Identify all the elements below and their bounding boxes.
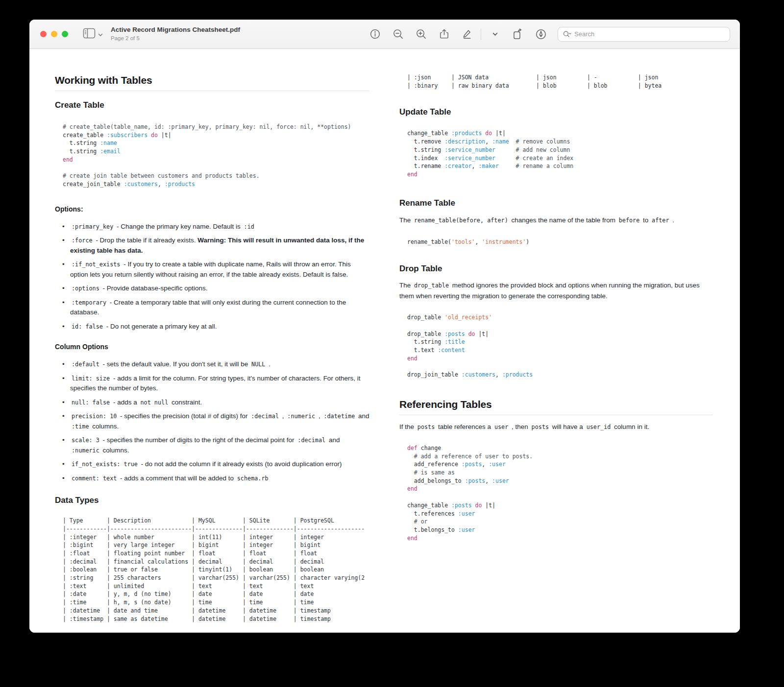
text-segment: . [267, 360, 270, 368]
heading-rename-table: Rename Table [399, 198, 713, 208]
rename-table-paragraph: The rename_table(before, after) changes … [399, 215, 713, 226]
fill-and-sign-button[interactable] [535, 28, 547, 41]
inline-code: scale: 3 [70, 437, 101, 444]
code-line: | :binary | raw binary data | blob | blo… [407, 82, 713, 90]
inline-code: rename_table(before, after) [413, 217, 510, 224]
code-line: add_reference :posts, :user [407, 460, 713, 469]
rotate-button[interactable] [512, 28, 524, 41]
code-line: end [407, 170, 713, 179]
code-line: # add a reference of user to posts. [407, 452, 713, 461]
text-segment: - Change the primary key name. Default i… [115, 223, 242, 230]
code-line: | :date | y, m, d (no time) | date | dat… [63, 590, 369, 598]
section-heading-working-with-tables: Working with Tables [55, 74, 369, 91]
code-line: create_join_table :customers, :products [63, 180, 369, 189]
zoom-window-button[interactable] [62, 31, 68, 37]
section-heading-referencing-tables: Referencing Tables [399, 399, 713, 415]
share-button[interactable] [438, 28, 450, 41]
search-field[interactable]: Search [558, 27, 730, 42]
inline-code: :datetime [322, 413, 356, 420]
text-segment: - Do not generate a primary key at all. [104, 323, 217, 330]
code-line: t.string :email [63, 147, 369, 156]
code-line: t.string :name [63, 139, 369, 147]
toolbar: Search [368, 27, 730, 42]
code-line: t.string :title [407, 338, 713, 346]
inline-code: :time [70, 423, 91, 430]
bullet-item: :default - sets the default value. If yo… [55, 359, 369, 370]
left-column: Working with Tables Create Table # creat… [55, 74, 369, 623]
code-line: t.string :service_number # add new colum… [407, 146, 713, 154]
code-line [407, 493, 713, 501]
code-line: | :text | unlimited | text | text | text [63, 582, 369, 591]
text-segment: to [641, 216, 650, 224]
inline-code: precision: 10 [70, 413, 118, 420]
code-line: add_belongs_to :posts, :user [407, 477, 713, 485]
inline-code: NULL [250, 361, 267, 368]
bullet-item: :temporary - Create a temporary table th… [55, 298, 369, 318]
pdf-page[interactable]: Working with Tables Create Table # creat… [29, 49, 740, 633]
code-line: |------------|------------------------|-… [63, 525, 369, 533]
text-segment: - adds a comment that will be added to [118, 474, 235, 482]
text-segment: and [356, 412, 369, 420]
minimize-button[interactable] [51, 31, 57, 37]
bullet-item: :options - Provide database-specific opt… [55, 284, 369, 294]
text-segment: - sets the default value. If you don't s… [101, 360, 250, 368]
code-line: drop_table :posts do |t| [407, 330, 713, 338]
close-button[interactable] [40, 31, 47, 37]
inline-code: posts [416, 424, 437, 430]
code-line: end [407, 355, 713, 363]
inline-code: after [650, 217, 671, 224]
options-list: :primary_key - Change the primary key na… [55, 222, 369, 332]
markup-expand-chevron[interactable] [489, 28, 501, 41]
text-segment: columns. [91, 423, 119, 430]
text-segment: - Provide database-specific options. [101, 284, 208, 292]
text-segment: - adds a [111, 399, 139, 406]
bullet-item: :force - Drop the table if it already ex… [55, 236, 369, 256]
text-segment: changes the name of the table from [510, 216, 617, 224]
text-segment: table references a [436, 423, 493, 430]
page-indicator: Page 2 of 5 [111, 35, 240, 42]
text-segment: If the [399, 423, 416, 430]
text-segment: - specifies the precision (total # of di… [118, 412, 249, 420]
markup-button[interactable] [461, 28, 473, 41]
inline-code: :if_not_exists [70, 261, 122, 268]
document-title: Active Record Migrations Cheatsheet.pdf [111, 26, 240, 34]
zoom-in-button[interactable] [415, 28, 427, 41]
zoom-out-button[interactable] [392, 28, 404, 41]
code-line: drop_table 'old_receipts' [407, 313, 713, 322]
heading-drop-table: Drop Table [399, 264, 713, 274]
code-line: | :json | JSON data | json | - | json [407, 73, 713, 82]
code-line: | :timestamp | same as datetime | dateti… [63, 615, 369, 623]
info-button[interactable] [368, 28, 381, 41]
code-line: end [407, 485, 713, 493]
text-segment: constraint. [170, 399, 202, 406]
referencing-paragraph: If the posts table references a user , t… [399, 422, 713, 432]
label-column-options: Column Options [55, 343, 369, 351]
code-line: rename_table('tools', 'instruments') [407, 238, 713, 246]
text-segment: , [280, 412, 286, 420]
code-line: | :float | floating point number | float… [63, 549, 369, 558]
inline-code: before [617, 217, 641, 224]
text-segment: column in it. [612, 423, 649, 430]
inline-code: user_id [585, 424, 612, 430]
bullet-item: scale: 3 - specifies the number of digit… [55, 435, 369, 455]
inline-code: id: false [70, 323, 104, 330]
sidebar-toggle-button[interactable] [83, 28, 103, 41]
bullet-item: :if_not_exists - If you try to create a … [55, 260, 369, 280]
code-line [407, 363, 713, 371]
text-segment: will have a [550, 423, 585, 430]
code-line: | :boolean | true or false | tinyint(1) … [63, 566, 369, 574]
desktop: { "window": { "title": "Active Record Mi… [0, 0, 784, 687]
search-icon [563, 30, 571, 38]
inline-code: if_not_exists: true [70, 461, 139, 468]
inline-code: user [493, 424, 510, 430]
drop-table-paragraph: The drop_table method ignores the provid… [399, 280, 713, 301]
code-line: t.index :service_number # create an inde… [407, 154, 713, 163]
code-line: | :integer | whole number | int(11) | in… [63, 533, 369, 542]
code-line: change_table :posts do |t| [407, 501, 713, 510]
title-bar: Active Record Migrations Cheatsheet.pdf … [29, 20, 740, 49]
inline-code: :numeric [286, 413, 317, 420]
chevron-down-icon [98, 30, 103, 39]
text-segment: The [399, 282, 413, 289]
text-segment: columns. [101, 447, 129, 454]
code-line: | :datetime | date and time | datetime |… [63, 607, 369, 615]
